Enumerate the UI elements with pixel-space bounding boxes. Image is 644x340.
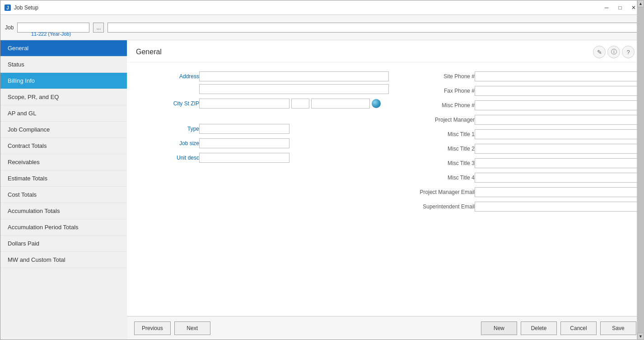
address-inputs	[199, 71, 389, 94]
sidebar-item-accumulation-totals[interactable]: Accumulation Totals	[0, 203, 127, 219]
pm-email-label: Project Manager Email	[407, 189, 475, 195]
misc-title1-input[interactable]	[475, 129, 644, 139]
sidebar-item-status[interactable]: Status	[0, 57, 127, 73]
fax-phone-label: Fax Phone #	[407, 88, 475, 94]
project-manager-input[interactable]	[475, 115, 644, 125]
project-manager-group: Project Manager	[407, 115, 644, 125]
sidebar-item-job-compliance[interactable]: Job Compliance	[0, 122, 127, 138]
sidebar-item-cost-totals[interactable]: Cost Totals	[0, 187, 127, 203]
pm-email-group: Project Manager Email	[407, 187, 644, 197]
fax-phone-input[interactable]	[475, 86, 644, 96]
misc-title3-label: Misc Title 3	[407, 160, 475, 166]
sidebar-item-contract-totals[interactable]: Contract Totals	[0, 138, 127, 154]
sidebar-item-general[interactable]: General	[0, 40, 127, 57]
misc-phone-input[interactable]	[475, 100, 644, 110]
form-area: Address City St ZIP	[127, 62, 644, 316]
misc-title3-input[interactable]	[475, 158, 644, 168]
misc-phone-label: Misc Phone #	[407, 102, 475, 109]
job-size-label: Job size	[140, 140, 199, 146]
job-browse-button[interactable]: ...	[93, 23, 104, 33]
next-button[interactable]: Next	[174, 321, 210, 335]
sidebar-scroll-thumb[interactable]	[637, 40, 644, 333]
misc-title2-group: Misc Title 2	[407, 144, 644, 154]
address-group: Address	[140, 71, 389, 94]
misc-title2-input[interactable]	[475, 144, 644, 154]
cancel-button[interactable]: Cancel	[560, 321, 597, 335]
misc-title4-input[interactable]	[475, 173, 644, 183]
city-st-zip-group: City St ZIP	[140, 99, 389, 109]
title-bar: J Job Setup ─ □ ✕	[0, 0, 644, 15]
form-columns: Address City St ZIP	[140, 71, 630, 216]
edit-icon-button[interactable]: ✎	[593, 46, 606, 58]
content-area: General ✎ ⓘ ? Address	[127, 40, 644, 340]
save-button[interactable]: Save	[600, 321, 636, 335]
misc-title1-label: Misc Title 1	[407, 131, 475, 137]
address-line1-input[interactable]	[199, 71, 389, 81]
misc-title3-group: Misc Title 3	[407, 158, 644, 168]
maximize-button[interactable]: □	[614, 3, 626, 12]
superintendent-email-input[interactable]	[475, 202, 644, 212]
content-header: General ✎ ⓘ ?	[127, 40, 644, 62]
delete-button[interactable]: Delete	[521, 321, 557, 335]
sidebar-item-accumulation-period-totals[interactable]: Accumulation Period Totals	[0, 219, 127, 236]
misc-title4-label: Misc Title 4	[407, 175, 475, 181]
sidebar-scroll-down-button[interactable]: ▼	[637, 333, 644, 340]
job-size-group: Job size	[140, 138, 389, 148]
sidebar-item-billing-info[interactable]: Billing Info	[0, 73, 127, 89]
header-icons: ✎ ⓘ ?	[593, 46, 635, 58]
sidebar-list: General Status Billing Info Scope, PR, a…	[0, 40, 127, 340]
window-title: Job Setup	[14, 5, 597, 11]
sidebar-item-estimate-totals[interactable]: Estimate Totals	[0, 170, 127, 187]
spacer1	[140, 115, 389, 124]
sidebar-item-scope-pr-eq[interactable]: Scope, PR, and EQ	[0, 89, 127, 105]
unit-desc-group: Unit desc	[140, 153, 389, 163]
site-phone-group: Site Phone #	[407, 71, 644, 81]
sidebar-item-receivables[interactable]: Receivables	[0, 154, 127, 170]
state-input[interactable]	[291, 99, 309, 109]
app-icon: J	[4, 4, 11, 11]
misc-title4-group: Misc Title 4	[407, 173, 644, 183]
previous-button[interactable]: Previous	[134, 321, 171, 335]
sidebar-item-mw-custom-total[interactable]: MW and Custom Total	[0, 252, 127, 268]
zip-input[interactable]	[311, 99, 370, 109]
superintendent-email-label: Superintendent Email	[407, 203, 475, 210]
unit-desc-input[interactable]	[199, 153, 289, 163]
address-label: Address	[140, 71, 199, 80]
window-controls: ─ □ ✕	[600, 3, 640, 12]
job-field-label: Job	[5, 24, 14, 31]
toolbar: Job ... 11-222 (Year-Job)	[0, 15, 644, 40]
misc-phone-group: Misc Phone #	[407, 100, 644, 110]
site-phone-label: Site Phone #	[407, 73, 475, 80]
misc-title2-label: Misc Title 2	[407, 146, 475, 152]
globe-button[interactable]	[372, 99, 381, 108]
address-line2-input[interactable]	[199, 84, 389, 94]
job-hint-text: 11-222 (Year-Job)	[31, 31, 71, 37]
type-label: Type	[140, 126, 199, 132]
main-window: J Job Setup ─ □ ✕ Job ... 11-222 (Year-J…	[0, 0, 644, 340]
type-input[interactable]	[199, 124, 289, 134]
site-phone-input[interactable]	[475, 71, 644, 81]
section-title: General	[136, 48, 162, 56]
sidebar-scrollbar[interactable]: ▲ ▼	[637, 40, 644, 340]
project-manager-label: Project Manager	[407, 117, 475, 123]
city-st-zip-label: City St ZIP	[140, 100, 199, 107]
city-input[interactable]	[199, 99, 289, 109]
sidebar-item-dollars-paid[interactable]: Dollars Paid	[0, 236, 127, 252]
job-size-input[interactable]	[199, 138, 289, 148]
form-right-column: Site Phone # Fax Phone # Misc Phone #	[407, 71, 644, 216]
job-name-input[interactable]	[107, 23, 639, 33]
minimize-button[interactable]: ─	[600, 3, 613, 12]
help-icon-button[interactable]: ?	[622, 46, 635, 58]
sidebar: General Status Billing Info Scope, PR, a…	[0, 40, 127, 340]
misc-title1-group: Misc Title 1	[407, 129, 644, 139]
sidebar-item-ap-and-gl[interactable]: AP and GL	[0, 105, 127, 122]
fax-phone-group: Fax Phone #	[407, 86, 644, 96]
new-button[interactable]: New	[481, 321, 517, 335]
type-group: Type	[140, 124, 389, 134]
main-area: General Status Billing Info Scope, PR, a…	[0, 40, 644, 340]
city-st-zip-inputs	[199, 99, 381, 109]
unit-desc-label: Unit desc	[140, 155, 199, 161]
pm-email-input[interactable]	[475, 187, 644, 197]
info-icon-button[interactable]: ⓘ	[607, 46, 620, 58]
superintendent-email-group: Superintendent Email	[407, 202, 644, 212]
